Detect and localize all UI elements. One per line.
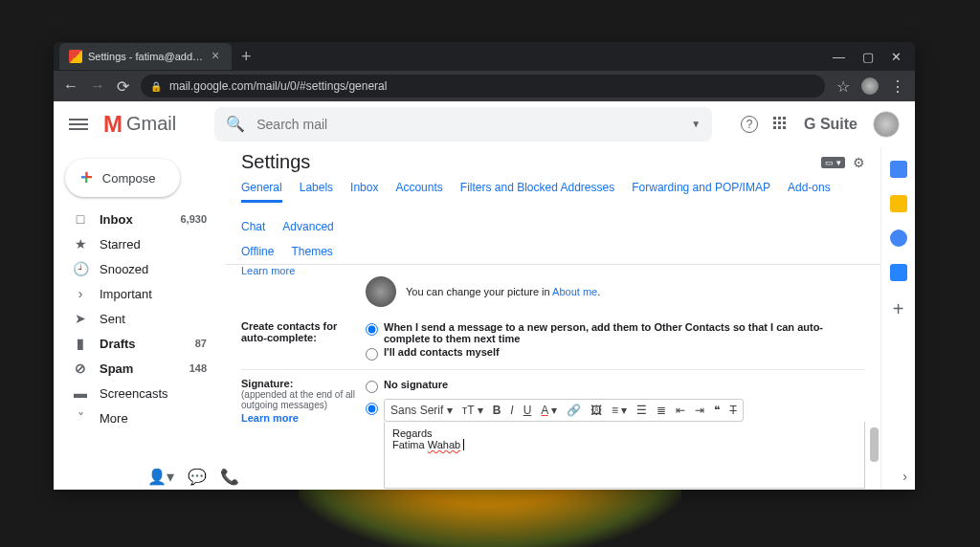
sidebar-item-sent[interactable]: ➤Sent [61, 306, 218, 331]
calendar-addon-icon[interactable] [890, 161, 907, 178]
contacts-radio-manual[interactable] [366, 348, 378, 361]
tab-offline[interactable]: Offline [241, 245, 274, 258]
scrollbar-thumb[interactable] [870, 427, 879, 462]
forward-button[interactable]: → [90, 77, 105, 95]
nav-label: Drafts [100, 337, 136, 351]
plus-icon: + [80, 165, 93, 190]
account-avatar[interactable] [873, 111, 900, 138]
close-window-button[interactable]: ✕ [891, 50, 902, 64]
tab-general[interactable]: General [241, 181, 282, 203]
snoozed-icon: 🕘 [73, 261, 88, 276]
search-options-icon[interactable]: ▼ [691, 119, 701, 129]
keep-addon-icon[interactable] [890, 195, 907, 212]
main-menu-icon[interactable] [69, 119, 88, 130]
no-signature-radio[interactable] [366, 381, 378, 393]
tab-add-ons[interactable]: Add-ons [788, 181, 831, 203]
align-icon[interactable]: ≡ ▾ [612, 404, 627, 417]
tasks-addon-icon[interactable] [890, 230, 907, 247]
image-icon[interactable]: 🖼 [590, 404, 602, 417]
tab-themes[interactable]: Themes [291, 245, 332, 258]
about-me-link[interactable]: About me [552, 286, 597, 297]
url-field[interactable]: 🔒 mail.google.com/mail/u/0/#settings/gen… [141, 75, 825, 98]
trello-addon-icon[interactable] [890, 264, 907, 281]
get-addons-icon[interactable]: + [890, 298, 907, 316]
font-family-select[interactable]: Sans Serif ▾ [390, 404, 453, 417]
link-icon[interactable]: 🔗 [567, 404, 581, 417]
sidebar-item-inbox[interactable]: □Inbox6,930 [61, 207, 218, 231]
screencasts-icon: ▬ [73, 385, 88, 401]
contacts-option-auto[interactable]: When I send a message to a new person, a… [366, 320, 865, 345]
search-input[interactable] [256, 117, 679, 132]
browser-profile-avatar[interactable] [861, 77, 879, 95]
remove-formatting-icon[interactable]: T [729, 404, 736, 417]
tab-labels[interactable]: Labels [300, 181, 333, 203]
new-tab-button[interactable]: + [232, 47, 261, 67]
reload-button[interactable]: ⟳ [117, 77, 129, 96]
minimize-button[interactable]: — [833, 50, 845, 64]
browser-menu-icon[interactable]: ⋮ [890, 77, 905, 96]
maximize-button[interactable]: ▢ [862, 50, 874, 64]
numbered-list-icon[interactable]: ☰ [636, 404, 647, 417]
tab-chat[interactable]: Chat [241, 220, 265, 239]
tab-forwarding-and-pop-imap[interactable]: Forwarding and POP/IMAP [632, 181, 770, 203]
underline-icon[interactable]: U [523, 404, 532, 417]
search-icon[interactable]: 🔍 [226, 115, 245, 133]
tab-advanced[interactable]: Advanced [282, 220, 333, 239]
sidebar: + Compose □Inbox6,930★Starred🕘Snoozed›Im… [54, 147, 226, 490]
bold-icon[interactable]: B [493, 404, 501, 417]
hangouts-chat-icon[interactable]: 💬 [188, 468, 207, 486]
browser-tab[interactable]: Settings - fatima@addictivetips.c × [59, 43, 232, 70]
back-button[interactable]: ← [63, 77, 78, 95]
sidebar-item-snoozed[interactable]: 🕘Snoozed [61, 256, 218, 281]
text-color-icon[interactable]: A ▾ [541, 404, 557, 417]
logo-label: Gmail [126, 113, 176, 135]
side-panel-toggle-icon[interactable]: › [902, 469, 907, 484]
tab-accounts[interactable]: Accounts [395, 181, 442, 203]
italic-icon[interactable]: I [510, 404, 513, 417]
nav-label: More [100, 411, 128, 426]
apps-grid-icon[interactable] [773, 117, 789, 132]
compose-button[interactable]: + Compose [65, 159, 180, 197]
support-icon[interactable]: ? [741, 116, 758, 133]
nav-label: Sent [100, 312, 125, 326]
bulleted-list-icon[interactable]: ≣ [657, 404, 666, 417]
nav-label: Starred [100, 237, 141, 252]
hangouts-phone-icon[interactable]: 📞 [220, 468, 239, 486]
search-box[interactable]: 🔍 ▼ [214, 107, 712, 142]
indent-more-icon[interactable]: ⇥ [695, 404, 704, 417]
profile-picture[interactable] [366, 276, 396, 307]
contacts-label: Create contacts for auto-complete: [241, 320, 366, 361]
use-signature-option[interactable]: Sans Serif ▾ тT ▾ B I U A ▾ 🔗 🖼 ≡ ▾ [366, 394, 865, 490]
gmail-logo[interactable]: M Gmail [103, 111, 176, 138]
sidebar-item-starred[interactable]: ★Starred [61, 231, 218, 256]
settings-panel: Settings ▭ ▾ ⚙ GeneralLabelsInboxAccount… [226, 147, 880, 490]
indent-less-icon[interactable]: ⇤ [676, 404, 685, 417]
learn-more-link[interactable]: Learn more [241, 265, 865, 276]
sidebar-item-important[interactable]: ›Important [61, 281, 218, 306]
input-tool-icon[interactable]: ▭ ▾ [821, 157, 845, 168]
settings-content[interactable]: Learn more You can change your picture i… [226, 265, 880, 490]
no-signature-option[interactable]: No signature [366, 378, 865, 394]
signature-learn-more-link[interactable]: Learn more [241, 412, 366, 424]
tab-inbox[interactable]: Inbox [350, 181, 378, 203]
settings-gear-icon[interactable]: ⚙ [853, 155, 865, 170]
font-size-icon[interactable]: тT ▾ [462, 404, 483, 417]
quote-icon[interactable]: ❝ [714, 404, 720, 417]
tab-filters-and-blocked-addresses[interactable]: Filters and Blocked Addresses [460, 181, 614, 203]
sidebar-item-spam[interactable]: ⊘Spam148 [61, 356, 218, 381]
spam-icon: ⊘ [73, 361, 88, 376]
sidebar-item-drafts[interactable]: ▮Drafts87 [61, 331, 218, 356]
contacts-radio-auto[interactable] [366, 323, 378, 336]
picture-hint: You can change your picture in About me. [406, 286, 600, 297]
nav-label: Screencasts [100, 386, 168, 401]
sidebar-item-more[interactable]: ˅More [61, 405, 218, 430]
hangouts-contacts-icon[interactable]: 👤▾ [147, 468, 174, 486]
bookmark-star-icon[interactable]: ☆ [836, 77, 850, 96]
close-tab-icon[interactable]: × [209, 50, 222, 63]
sidebar-item-screencasts[interactable]: ▬Screencasts [61, 381, 218, 405]
gmail-favicon [69, 50, 82, 63]
use-signature-radio[interactable] [366, 403, 378, 415]
contacts-option-manual[interactable]: I'll add contacts myself [366, 345, 865, 361]
signature-editor[interactable]: Regards Fatima Wahab [384, 422, 865, 489]
signature-toolbar: Sans Serif ▾ тT ▾ B I U A ▾ 🔗 🖼 ≡ ▾ [384, 399, 744, 422]
